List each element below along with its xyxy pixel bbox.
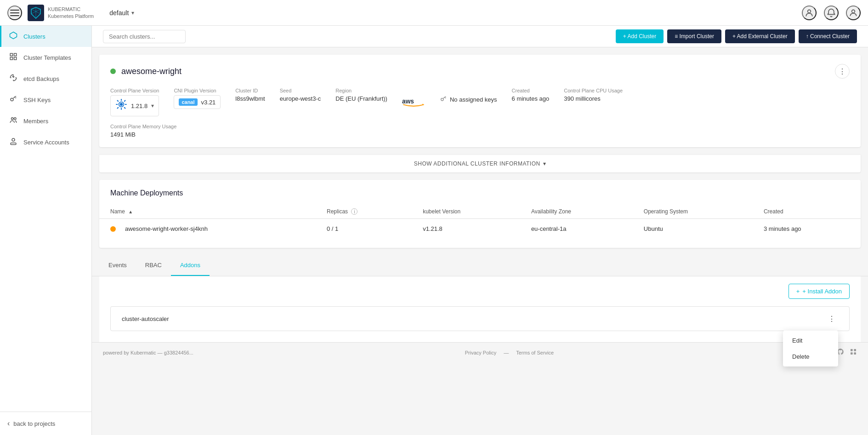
back-arrow-icon: ‹ — [7, 419, 10, 428]
cluster-more-button[interactable]: ⋮ — [835, 64, 850, 79]
project-selector[interactable]: default ▾ — [105, 6, 139, 19]
add-external-cluster-button[interactable]: + Add External Cluster — [725, 29, 795, 43]
keys-field: No assigned keys — [440, 95, 497, 104]
cpu-value: 390 millicores — [564, 95, 623, 102]
col-replicas[interactable]: Replicas i — [316, 205, 412, 219]
region-field: Region DE (EU (Frankfurt)) — [335, 88, 387, 102]
col-kubelet[interactable]: kubelet Version — [412, 205, 520, 219]
logo: KUBERMATIC Kubernetes Platform — [28, 5, 94, 21]
svg-point-4 — [808, 10, 811, 13]
search-input[interactable] — [103, 30, 186, 43]
memory-field: Control Plane Memory Usage 1491 MiB — [110, 124, 176, 138]
show-more-bar[interactable]: SHOW ADDITIONAL CLUSTER INFORMATION ▾ — [99, 155, 861, 172]
machine-deployments-title: Machine Deployments — [99, 189, 861, 205]
version-selector[interactable]: 1.21.8 ▾ — [110, 95, 159, 116]
cluster-status-dot — [110, 69, 116, 74]
sort-icon: ▲ — [128, 209, 133, 214]
user-settings-icon[interactable] — [802, 6, 817, 20]
sidebar-item-ssh-keys[interactable]: SSH Keys — [0, 89, 91, 110]
connect-cluster-button[interactable]: ↑ Connect Cluster — [799, 29, 857, 43]
sidebar-item-label: SSH Keys — [23, 97, 51, 103]
svg-rect-10 — [14, 57, 17, 60]
service-accounts-icon — [9, 137, 18, 147]
context-menu-edit[interactable]: Edit — [783, 332, 838, 349]
privacy-policy-link[interactable]: Privacy Policy — [465, 350, 496, 355]
tab-rbac[interactable]: RBAC — [136, 255, 171, 276]
created-label: Created — [512, 88, 550, 93]
sidebar-item-members[interactable]: Members — [0, 110, 91, 132]
col-os[interactable]: Operating System — [633, 205, 753, 219]
machine-deployments-card: Machine Deployments Name ▲ Replicas i — [99, 180, 861, 248]
deployment-created-value: 3 minutes ago — [764, 225, 801, 232]
back-to-projects[interactable]: ‹ back to projects — [7, 419, 84, 428]
sidebar-item-label: etcd Backups — [23, 75, 59, 82]
col-created[interactable]: Created — [753, 205, 861, 219]
context-menu-delete[interactable]: Delete — [783, 349, 838, 365]
show-more-chevron-icon: ▾ — [543, 160, 546, 167]
nav-icons — [802, 6, 861, 20]
cpu-label: Control Plane CPU Usage — [564, 88, 623, 93]
sidebar-item-cluster-templates[interactable]: Cluster Templates — [0, 47, 91, 68]
key-icon — [440, 95, 447, 104]
region-label: Region — [335, 88, 387, 93]
menu-hamburger[interactable] — [7, 6, 22, 20]
seed-field: Seed europe-west3-c — [280, 88, 321, 102]
tab-addons[interactable]: Addons — [171, 255, 210, 276]
cluster-id-value: l8ss9wlbmt — [235, 95, 265, 102]
cloud-provider-field: aws — [402, 88, 425, 109]
sidebar-item-clusters[interactable]: Clusters — [0, 26, 91, 47]
clusters-icon — [9, 31, 18, 41]
col-name[interactable]: Name ▲ — [99, 205, 316, 219]
cluster-id-label: Cluster ID — [235, 88, 265, 93]
import-cluster-button[interactable]: ≡ Import Cluster — [667, 29, 721, 43]
created-field: Created 6 minutes ago — [512, 88, 550, 102]
action-buttons: + Add Cluster ≡ Import Cluster + Add Ext… — [616, 29, 857, 43]
svg-rect-9 — [10, 57, 12, 60]
sidebar-item-label: Clusters — [23, 33, 45, 40]
show-more-label: SHOW ADDITIONAL CLUSTER INFORMATION — [414, 160, 540, 167]
cpu-usage-field: Control Plane CPU Usage 390 millicores — [564, 88, 623, 102]
deployment-created-cell: 3 minutes ago — [753, 219, 861, 239]
control-plane-version-field: Control Plane Version 1.21.8 ▾ — [110, 88, 159, 116]
install-addon-label: + Install Addon — [802, 288, 842, 295]
svg-rect-15 — [11, 143, 16, 145]
chevron-down-icon: ▾ — [131, 10, 134, 16]
footer: powered by Kubermatic — g33824456... Pri… — [92, 342, 868, 363]
svg-point-12 — [11, 118, 14, 120]
addons-content: + + Install Addon cluster-autoscaler ⋮ E… — [99, 276, 861, 342]
svg-point-13 — [14, 118, 17, 120]
control-plane-label: Control Plane Version — [110, 88, 159, 93]
account-icon[interactable] — [846, 6, 861, 20]
terms-of-service-link[interactable]: Terms of Service — [516, 350, 554, 355]
tab-events[interactable]: Events — [99, 255, 136, 276]
cluster-templates-icon — [9, 52, 18, 63]
svg-rect-24 — [854, 352, 856, 355]
gear-icon — [115, 98, 127, 113]
cni-selector[interactable]: canal v3.21 — [174, 95, 221, 109]
ssh-keys-field: No assigned keys — [440, 88, 497, 104]
install-addon-button[interactable]: + + Install Addon — [789, 284, 850, 299]
notifications-icon[interactable] — [824, 6, 839, 20]
created-value: 6 minutes ago — [512, 95, 550, 102]
footer-links: Privacy Policy — Terms of Service — [465, 350, 554, 355]
sidebar-item-etcd-backups[interactable]: etcd Backups — [0, 68, 91, 89]
etcd-backups-icon — [9, 74, 18, 84]
addon-more-button[interactable]: ⋮ — [825, 312, 838, 325]
col-az[interactable]: Availability Zone — [520, 205, 633, 219]
sidebar-item-service-accounts[interactable]: Service Accounts — [0, 132, 91, 153]
svg-rect-7 — [10, 53, 12, 56]
slack-icon[interactable] — [850, 348, 857, 357]
deployment-os-cell: Ubuntu — [633, 219, 753, 239]
sidebar-item-label: Service Accounts — [23, 139, 69, 146]
back-label: back to projects — [13, 420, 55, 427]
deployment-az-cell: eu-central-1a — [520, 219, 633, 239]
table-row: awesome-wright-worker-sj4knh 0 / 1 v1.21… — [99, 219, 861, 239]
kubelet-version-value: v1.21.8 — [423, 225, 443, 232]
dropdown-arrow-icon: ▾ — [151, 103, 154, 109]
members-icon — [9, 116, 18, 126]
add-cluster-button[interactable]: + Add Cluster — [616, 29, 664, 43]
svg-rect-8 — [14, 53, 17, 56]
operating-system-value: Ubuntu — [644, 225, 663, 232]
cluster-info-bottom: Control Plane Memory Usage 1491 MiB — [110, 124, 850, 138]
control-plane-version-value: 1.21.8 — [131, 103, 148, 109]
